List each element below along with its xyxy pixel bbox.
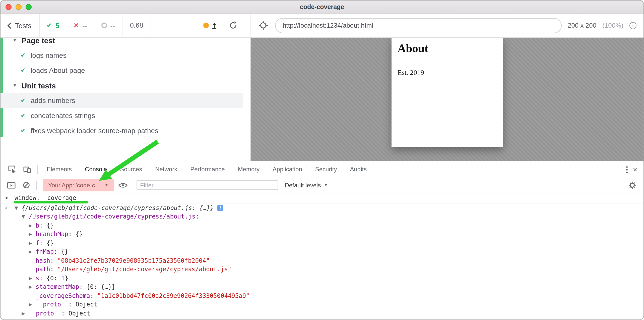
divider [151, 14, 151, 37]
console-command-row[interactable]: > window.__coverage__ [1, 192, 643, 203]
evaluated-info-icon[interactable]: i [217, 205, 223, 211]
tab-network[interactable]: Network [149, 161, 184, 178]
console-text-plain: : [39, 222, 46, 229]
console-text-key: __proto__ [36, 301, 68, 308]
console-text-key: path [36, 266, 50, 273]
live-expression-button[interactable] [116, 182, 130, 188]
tab-elements[interactable]: Elements [40, 161, 78, 178]
console-text-plain: } [65, 275, 68, 282]
tab-console[interactable]: Console [78, 161, 113, 178]
expander-icon[interactable]: ▶ [22, 311, 29, 316]
selector-playground-button[interactable] [257, 21, 269, 30]
console-toolbar: Your App: 'code-c… ▼ Default levels ▼ [1, 178, 643, 192]
expander-icon[interactable]: ▶ [29, 276, 36, 281]
close-devtools-button[interactable]: × [633, 166, 637, 174]
eye-icon [118, 182, 127, 188]
expander-icon[interactable]: ▶ [29, 223, 36, 228]
console-text-plain: : [50, 266, 57, 273]
console-text-object: Object [69, 310, 90, 317]
expander-icon[interactable]: ▼ [22, 214, 29, 219]
console-line: hash: "08b431c2fe7b37029e908935b175a2356… [1, 256, 643, 265]
console-filter-input[interactable] [137, 180, 278, 190]
collapse-caret-icon: ▼ [13, 38, 17, 43]
tab-sources[interactable]: Sources [113, 161, 149, 178]
console-text-plain: : [50, 257, 57, 264]
test-row[interactable]: ✔adds numbers [1, 93, 243, 108]
viewport-indicator[interactable] [198, 22, 223, 29]
chevron-down-icon: ▼ [105, 183, 109, 187]
console-sidebar-toggle[interactable] [4, 182, 19, 189]
console-text-key: f [36, 240, 39, 247]
expander-icon[interactable]: ▶ [29, 302, 36, 307]
back-label: Tests [15, 21, 31, 29]
javascript-context-selector[interactable]: Your App: 'code-c… ▼ [45, 180, 111, 190]
failed-count: -- [83, 21, 87, 29]
titlebar: code-coverage [1, 1, 643, 14]
fullscreen-window-button[interactable] [26, 4, 32, 10]
console-text-plain: : [68, 301, 76, 308]
console-text-key: branchMap [36, 231, 68, 238]
reload-button[interactable] [223, 21, 243, 30]
test-row[interactable]: ✔fixes webpack loader source-map pathes [1, 123, 243, 138]
tab-performance[interactable]: Performance [184, 161, 231, 178]
expander-icon[interactable]: ▶ [29, 232, 36, 237]
expander-icon[interactable]: ▼ [15, 205, 22, 210]
console-text-plain: {} [76, 231, 83, 238]
console-line[interactable]: ◂▼{/Users/gleb/git/code-coverage/cypress… [1, 203, 643, 212]
main-content: ▼Page test✔logs names✔loads About page▼U… [1, 37, 643, 161]
console-line[interactable]: ▶branchMap: {} [1, 230, 643, 239]
clear-console-icon [23, 181, 30, 189]
minimize-window-button[interactable] [16, 4, 22, 10]
devtools-tabbar-right: × [626, 166, 643, 174]
test-label: adds numbers [31, 96, 75, 104]
console-text-plain: {0: {…}} [86, 284, 115, 291]
expander-icon[interactable]: ▶ [29, 241, 36, 246]
gear-icon [628, 181, 636, 189]
console-line[interactable]: ▶statementMap: {0: {…}} [1, 283, 643, 291]
console-line[interactable]: ▶s: {0: 1} [1, 274, 643, 283]
window-title: code-coverage [300, 4, 344, 11]
kebab-menu-icon[interactable] [626, 166, 628, 174]
check-icon: ✔ [21, 97, 26, 104]
inspect-element-button[interactable] [5, 165, 20, 174]
test-row[interactable]: ✔loads About page [1, 63, 243, 78]
console-text-plain: : [54, 248, 61, 255]
info-icon[interactable]: i [629, 22, 636, 29]
console-line[interactable]: ▼/Users/gleb/git/code-coverage/cypress/a… [1, 212, 643, 221]
console-text-key: statementMap [36, 284, 79, 291]
log-levels-dropdown[interactable]: Default levels ▼ [285, 182, 328, 189]
console-text-string: "08b431c2fe7b37029e908935b175a23560fb200… [57, 257, 210, 264]
console-text-key: _coverageSchema [36, 292, 90, 299]
test-row[interactable]: ✔concatenates strings [1, 108, 243, 123]
device-toolbar-button[interactable] [20, 166, 35, 173]
viewport-zoom: (100%) [602, 22, 623, 29]
suite-header[interactable]: ▼Page test [1, 37, 243, 48]
test-label: fixes webpack loader source-map pathes [31, 127, 158, 135]
console-line[interactable]: ▶fnMap: {} [1, 247, 643, 256]
suite-header[interactable]: ▼Unit tests [1, 78, 243, 93]
test-row[interactable]: ✔logs names [1, 48, 243, 63]
result-marker-icon: ◂ [5, 205, 15, 211]
clear-console-button[interactable] [19, 181, 34, 189]
back-to-tests-button[interactable]: Tests [1, 14, 39, 37]
console-prompt-icon: > [5, 194, 15, 201]
console-settings-button[interactable] [628, 181, 640, 189]
console-line[interactable]: ▶b: {} [1, 221, 643, 230]
expander-icon[interactable]: ▶ [29, 249, 36, 254]
passed-count: 5 [55, 21, 59, 29]
tab-audits[interactable]: Audits [343, 161, 373, 178]
console-line[interactable]: ▶__proto__: Object [1, 309, 643, 318]
levels-label: Default levels [285, 182, 321, 189]
close-window-button[interactable] [6, 4, 12, 10]
url-bar[interactable]: http://localhost:1234/about.html [275, 18, 562, 33]
stat-failed: ✕ -- [67, 21, 94, 29]
expander-icon[interactable]: ▶ [29, 285, 36, 290]
console-text-plain: {} [61, 248, 68, 255]
tab-application[interactable]: Application [266, 161, 308, 178]
test-label: concatenates strings [31, 112, 95, 120]
console-line[interactable]: ▶f: {} [1, 239, 643, 247]
tab-security[interactable]: Security [309, 161, 344, 178]
aut-header: http://localhost:1234/about.html 200 x 2… [250, 14, 643, 37]
console-line[interactable]: ▶__proto__: Object [1, 300, 643, 309]
tab-memory[interactable]: Memory [231, 161, 266, 178]
